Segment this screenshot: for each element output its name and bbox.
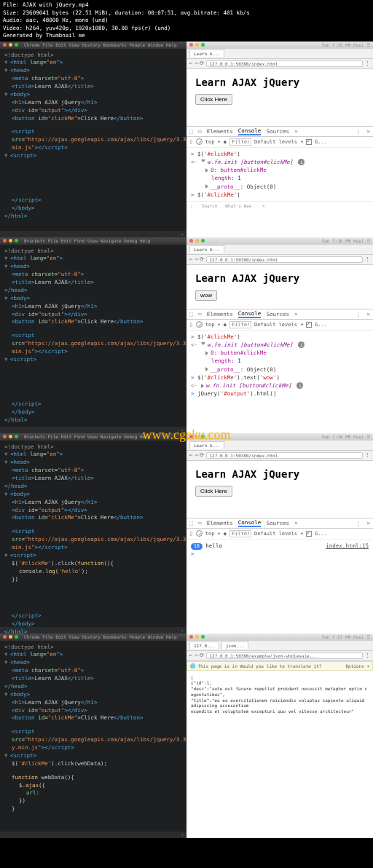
device-icon[interactable]: ▭ [198,520,202,526]
console-sidebar-icon[interactable]: ▯ [189,530,193,537]
info-icon[interactable]: i [297,382,303,389]
context-selector[interactable]: top [205,531,215,537]
group-checkbox[interactable] [306,139,312,145]
back-icon[interactable]: ← [189,452,192,458]
levels-dropdown[interactable]: Default levels ▾ [254,322,303,328]
devtools-close-icon[interactable]: ✕ [366,311,370,317]
browser-tab[interactable]: Learn A... [189,50,224,57]
close-icon[interactable] [189,43,193,47]
context-selector[interactable]: top [205,322,215,328]
back-icon[interactable]: ← [189,652,192,658]
source-link[interactable]: index.html:15 [326,542,369,550]
filter-input[interactable] [229,530,251,537]
close-icon[interactable] [189,635,193,639]
levels-dropdown[interactable]: Default levels ▾ [254,139,303,145]
forward-icon[interactable]: → [195,256,197,262]
tab-sources[interactable]: Sources [266,520,289,526]
minimize-icon[interactable] [9,43,12,47]
close-icon[interactable] [189,239,193,242]
browser-tab[interactable]: Learn A... [189,245,224,253]
clear-console-icon[interactable] [196,138,203,145]
inspect-icon[interactable]: ⬚ [189,311,193,317]
reload-icon[interactable]: ⟳ [200,452,204,458]
context-selector[interactable]: top [205,139,215,145]
minimize-icon[interactable] [195,43,199,47]
console-output[interactable]: 18 helloindex.html:15 > [186,540,373,561]
tab-elements[interactable]: Elements [207,520,233,526]
tab-elements[interactable]: Elements [207,311,233,317]
click-here-button[interactable]: Click Here [195,94,232,105]
maximize-icon[interactable] [15,239,18,242]
devtools-close-icon[interactable]: ✕ [366,520,370,526]
maximize-icon[interactable] [15,435,18,438]
info-icon[interactable]: i [298,342,305,348]
reload-icon[interactable]: ⟳ [200,256,204,262]
code-editor[interactable]: <!doctype html> ▼<html lang="en"> ▼<head… [0,641,186,832]
more-tabs-icon[interactable]: » [294,520,298,526]
minimize-icon[interactable] [9,239,12,242]
console-output[interactable]: > $('#clickMe') <· w.fn.init [button#cli… [186,148,373,202]
menu-icon[interactable]: ⋮ [365,60,370,66]
browser-tab[interactable]: json... [221,642,248,649]
code-editor[interactable]: <!doctype html> ▼<html lang="en"> ▼<head… [0,245,186,427]
menu-icon[interactable]: ⋮ [365,652,370,658]
forward-icon[interactable]: → [195,452,197,458]
tab-elements[interactable]: Elements [207,128,233,135]
clear-console-icon[interactable] [196,321,203,328]
minimize-icon[interactable] [195,239,199,242]
editor-menubar[interactable]: Chrome File Edit View History Bookmarks … [24,42,184,47]
maximize-icon[interactable] [15,635,18,639]
inspect-icon[interactable]: ⬚ [189,520,193,526]
maximize-icon[interactable] [15,43,18,47]
close-icon[interactable] [3,635,7,639]
browser-tab[interactable]: 127.0... [189,642,219,649]
group-checkbox[interactable] [306,322,312,328]
forward-icon[interactable]: → [195,652,197,658]
url-bar[interactable]: 127.0.0.1:50390/index.html [206,452,363,459]
eye-icon[interactable]: ◉ [224,531,227,537]
levels-dropdown[interactable]: Default levels ▾ [254,531,303,537]
devtools-close-icon[interactable]: ✕ [366,128,370,135]
device-icon[interactable]: ▭ [198,128,202,135]
devtools-menu-icon[interactable]: ⋮ [356,311,361,317]
info-icon[interactable]: i [298,159,305,165]
tab-console[interactable]: Console [238,519,262,527]
minimize-icon[interactable] [9,435,12,438]
clear-console-icon[interactable] [196,530,203,537]
tab-console[interactable]: Console [238,310,262,318]
url-bar[interactable]: 127.0.0.1:50390/index.html [206,256,363,263]
translate-options[interactable]: Options ▾ [345,663,369,668]
menu-icon[interactable]: ⋮ [365,452,370,458]
console-sidebar-icon[interactable]: ▯ [189,138,193,145]
code-editor[interactable]: <!doctype html> ▼<html lang="en"> ▼<head… [0,441,186,627]
url-bar[interactable]: 127.0.0.1:50390/example/json-wholesale..… [206,652,363,659]
console-sidebar-icon[interactable]: ▯ [189,321,193,328]
device-icon[interactable]: ▭ [198,311,202,317]
url-bar[interactable]: 127.0.0.1:50390/index.html [206,60,363,67]
minimize-icon[interactable] [195,635,199,639]
devtools-menu-icon[interactable]: ⋮ [356,128,361,135]
console-output[interactable]: > $('#clickMe') <· w.fn.init [button#cli… [186,331,373,401]
group-checkbox[interactable] [306,531,312,537]
tab-sources[interactable]: Sources [266,311,289,317]
close-icon[interactable] [3,43,7,47]
maximize-icon[interactable] [201,239,205,242]
tab-console[interactable]: Console [238,127,262,135]
code-editor[interactable]: <!doctype html> ▼<html lang="en"> ▼<head… [0,49,186,231]
more-tabs-icon[interactable]: » [294,128,298,135]
tab-sources[interactable]: Sources [266,128,289,135]
close-icon[interactable] [3,435,7,438]
minimize-icon[interactable] [9,635,12,639]
eye-icon[interactable]: ◉ [224,322,227,328]
maximize-icon[interactable] [201,635,205,639]
click-here-button[interactable]: Click Here [195,486,232,497]
inspect-icon[interactable]: ⬚ [189,128,193,135]
eye-icon[interactable]: ◉ [224,139,227,145]
devtools-menu-icon[interactable]: ⋮ [356,520,361,526]
filter-input[interactable] [229,138,251,146]
close-icon[interactable] [3,239,7,242]
wow-button[interactable]: wow [195,290,217,301]
back-icon[interactable]: ← [189,60,192,66]
reload-icon[interactable]: ⟳ [200,652,204,658]
maximize-icon[interactable] [201,43,205,47]
